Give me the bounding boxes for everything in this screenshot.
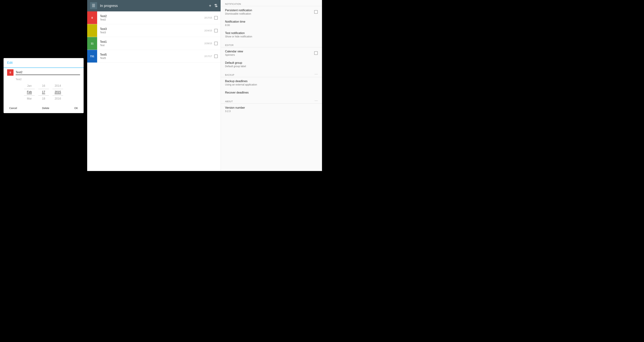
edit-dialog-header: Edit <box>4 58 84 68</box>
persistent-notification-subtitle: Dismissable notification <box>225 12 314 15</box>
version-number-subtitle: 3.2.3 <box>225 110 318 113</box>
cancel-button[interactable]: Cancel <box>7 105 19 111</box>
task-date: 2/17/17 <box>204 55 212 58</box>
left-panel: Edit 0 Test2 Jan Feb Mar 16 17 18 2 <box>0 0 87 171</box>
task-right: 2/24/15 <box>202 24 220 37</box>
year-prev[interactable]: 2014 <box>54 84 61 87</box>
delete-button[interactable]: Delete <box>40 105 51 111</box>
section-header-editor: EDITOR <box>225 41 234 47</box>
month-column: Jan Feb Mar <box>24 84 35 100</box>
task-item[interactable]: 731 Test5 Test5 2/17/17 <box>87 50 220 63</box>
task-content: Test3 Test3 <box>97 24 202 37</box>
task-item[interactable]: 0 Test2 Test2 2/17/15 <box>87 12 220 24</box>
app-bar-title: In progress <box>100 4 206 8</box>
task-name: Test3 <box>100 28 199 31</box>
task-name: Test1 <box>100 40 199 44</box>
task-subtitle: Test <box>100 44 199 47</box>
test-notification-subtitle: Show or hide notification <box>225 35 318 38</box>
task-subtitle: Test5 <box>100 57 199 60</box>
app-bar-actions: + ⇅ <box>209 3 218 8</box>
test-notification-title: Test notification <box>225 32 318 35</box>
task-content: Test2 Test2 <box>97 12 202 24</box>
year-next[interactable]: 2016 <box>54 97 61 100</box>
add-icon[interactable]: + <box>209 3 211 8</box>
task-color-badge: 11 <box>87 37 97 50</box>
task-name-placeholder: Test2 <box>4 77 84 81</box>
settings-item-recover-deadlines[interactable]: Recover deadlines <box>221 89 322 97</box>
section-header-about-row: ABOUT — <box>221 97 322 103</box>
date-picker: Jan Feb Mar 16 17 18 2014 2015 2016 <box>4 81 84 103</box>
settings-item-calendar-view[interactable]: Calendar view Spinners <box>221 47 322 59</box>
backup-section-arrow: — <box>314 72 318 76</box>
task-checkbox[interactable] <box>214 55 218 58</box>
task-name-input[interactable] <box>16 70 80 75</box>
day-next[interactable]: 18 <box>42 97 45 100</box>
month-current[interactable]: Feb <box>27 90 32 94</box>
settings-panel: NOTIFICATION Persistent notification Dis… <box>220 0 322 171</box>
task-subtitle: Test2 <box>100 18 199 21</box>
task-name: Test2 <box>100 15 199 18</box>
backup-deadlines-subtitle: Using an external application <box>225 83 318 86</box>
calendar-view-subtitle: Spinners <box>225 53 314 56</box>
edit-dialog: Edit 0 Test2 Jan Feb Mar 16 17 18 2 <box>4 58 84 113</box>
persistent-notification-title: Persistent notification <box>225 9 314 12</box>
calendar-view-title: Calendar view <box>225 50 314 53</box>
edit-dialog-title: Edit <box>7 61 80 65</box>
day-current[interactable]: 17 <box>42 90 45 94</box>
about-section-arrow: — <box>314 99 318 102</box>
recover-deadlines-title: Recover deadlines <box>225 91 318 94</box>
task-date: 2/17/15 <box>204 16 212 19</box>
task-content: Test5 Test5 <box>97 50 202 63</box>
menu-icon[interactable]: ☰ <box>90 2 97 9</box>
section-header-backup: BACKUP <box>225 71 234 77</box>
day-prev[interactable]: 16 <box>42 84 45 87</box>
task-color-badge: 0 <box>87 12 97 24</box>
filter-icon[interactable]: ⇅ <box>214 3 218 8</box>
notification-time-subtitle: 8:00 <box>225 24 318 27</box>
ok-button[interactable]: OK <box>72 105 80 111</box>
task-checkbox[interactable] <box>214 29 218 32</box>
task-list: 0 Test2 Test2 2/17/15 Test3 Test3 2/24/1… <box>87 12 220 171</box>
task-color-badge <box>87 24 97 37</box>
task-subtitle: Test3 <box>100 31 199 34</box>
task-checkbox[interactable] <box>214 42 218 45</box>
section-header-editor-row: EDITOR <box>221 41 322 47</box>
month-next[interactable]: Mar <box>27 97 32 100</box>
task-date: 2/24/15 <box>204 29 212 32</box>
year-column: 2014 2015 2016 <box>52 84 63 100</box>
task-color-badge: 731 <box>87 50 97 63</box>
settings-item-version-number: Version number 3.2.3 <box>221 104 322 115</box>
task-right: 2/17/15 <box>202 12 220 24</box>
settings-item-backup-deadlines[interactable]: Backup deadlines Using an external appli… <box>221 77 322 89</box>
default-group-title: Default group <box>225 61 318 65</box>
middle-panel: ☰ In progress + ⇅ 0 Test2 Test2 2/17/15 … <box>87 0 220 171</box>
task-item[interactable]: 11 Test1 Test 2/28/15 <box>87 37 220 50</box>
task-right: 2/17/17 <box>202 50 220 63</box>
day-column: 16 17 18 <box>38 84 49 100</box>
calendar-view-checkbox[interactable] <box>314 51 318 55</box>
settings-item-test-notification[interactable]: Test notification Show or hide notificat… <box>221 29 322 41</box>
backup-deadlines-title: Backup deadlines <box>225 80 318 83</box>
edit-dialog-actions: Cancel Delete OK <box>4 103 84 113</box>
task-content: Test1 Test <box>97 37 202 50</box>
section-header-backup-row: BACKUP — <box>221 70 322 77</box>
month-prev[interactable]: Jan <box>27 84 32 87</box>
task-item[interactable]: Test3 Test3 2/24/15 <box>87 24 220 37</box>
settings-item-default-group[interactable]: Default group Default group label <box>221 59 322 70</box>
task-checkbox[interactable] <box>214 16 218 20</box>
version-number-title: Version number <box>225 106 318 109</box>
notification-time-title: Notification time <box>225 20 318 23</box>
section-header-notification: NOTIFICATION <box>221 0 322 6</box>
task-right: 2/28/15 <box>202 37 220 50</box>
settings-item-notification-time[interactable]: Notification time 8:00 <box>221 18 322 29</box>
persistent-notification-checkbox[interactable] <box>314 10 318 14</box>
app-bar: ☰ In progress + ⇅ <box>87 0 220 12</box>
section-header-about: ABOUT <box>225 97 233 103</box>
task-badge: 0 <box>7 69 14 76</box>
default-group-subtitle: Default group label <box>225 65 318 68</box>
task-name: Test5 <box>100 53 199 56</box>
settings-item-persistent-notification[interactable]: Persistent notification Dismissable noti… <box>221 6 322 18</box>
year-current[interactable]: 2015 <box>54 90 61 94</box>
task-date: 2/28/15 <box>204 42 212 45</box>
edit-name-row: 0 <box>4 68 84 77</box>
